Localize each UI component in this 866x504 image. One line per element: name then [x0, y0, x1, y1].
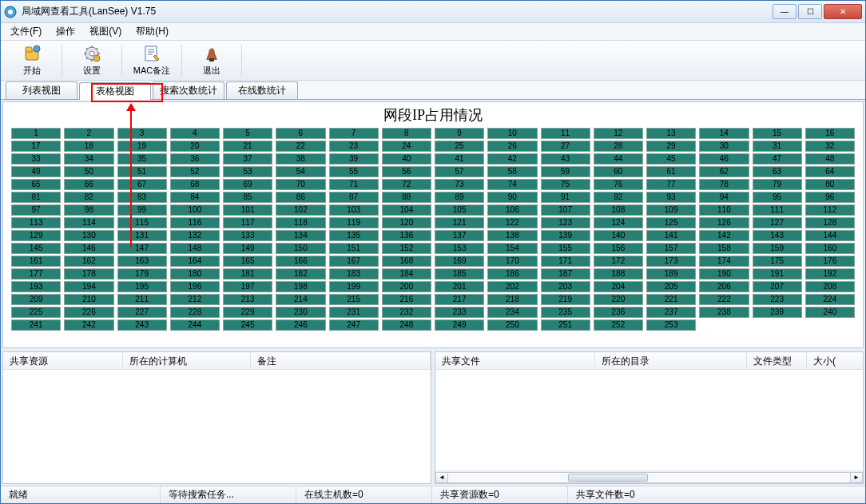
ip-cell[interactable]: 30 — [699, 141, 749, 152]
close-button[interactable]: ✕ — [824, 4, 862, 19]
ip-cell[interactable]: 57 — [435, 166, 484, 177]
ip-cell[interactable]: 201 — [435, 281, 484, 292]
col-directory[interactable]: 所在的目录 — [595, 352, 747, 369]
ip-cell[interactable]: 55 — [329, 166, 379, 177]
ip-cell[interactable]: 152 — [382, 243, 431, 254]
menu-operate[interactable]: 操作 — [50, 23, 81, 40]
ip-cell[interactable]: 121 — [435, 217, 484, 228]
ip-cell[interactable]: 135 — [329, 230, 379, 241]
ip-cell[interactable]: 204 — [594, 281, 643, 292]
ip-cell[interactable]: 80 — [805, 179, 855, 190]
ip-cell[interactable]: 9 — [435, 128, 484, 139]
ip-cell[interactable]: 244 — [170, 319, 220, 331]
ip-cell[interactable]: 230 — [276, 307, 325, 318]
ip-cell[interactable]: 246 — [276, 319, 325, 331]
ip-cell[interactable]: 141 — [646, 230, 696, 241]
ip-cell[interactable]: 247 — [329, 319, 379, 331]
ip-cell[interactable]: 106 — [487, 204, 537, 216]
ip-cell[interactable]: 165 — [223, 256, 272, 267]
ip-cell[interactable]: 243 — [117, 319, 167, 331]
scroll-track[interactable] — [448, 472, 850, 483]
ip-cell[interactable]: 47 — [753, 153, 802, 165]
ip-cell[interactable]: 111 — [753, 204, 802, 216]
ip-cell[interactable]: 168 — [382, 256, 431, 267]
start-button[interactable]: 开始 — [7, 42, 57, 79]
ip-cell[interactable]: 59 — [541, 166, 590, 177]
ip-cell[interactable]: 128 — [805, 217, 855, 228]
ip-cell[interactable]: 126 — [699, 217, 749, 228]
ip-cell[interactable]: 132 — [170, 230, 220, 241]
ip-cell[interactable]: 205 — [646, 281, 696, 292]
tab-list-view[interactable]: 列表视图 — [6, 81, 77, 99]
ip-cell[interactable]: 52 — [170, 166, 220, 177]
ip-cell[interactable]: 85 — [223, 192, 272, 203]
col-file-type[interactable]: 文件类型 — [747, 352, 807, 369]
ip-cell[interactable]: 17 — [11, 141, 61, 152]
ip-cell[interactable]: 4 — [170, 128, 220, 139]
ip-cell[interactable]: 144 — [805, 230, 855, 241]
ip-cell[interactable]: 189 — [646, 268, 696, 280]
ip-cell[interactable]: 56 — [382, 166, 431, 177]
ip-cell[interactable]: 89 — [435, 192, 484, 203]
ip-cell[interactable]: 75 — [541, 179, 590, 190]
ip-cell[interactable]: 13 — [646, 128, 696, 139]
ip-cell[interactable]: 19 — [117, 141, 167, 152]
ip-cell[interactable]: 133 — [223, 230, 272, 241]
ip-cell[interactable]: 248 — [382, 319, 431, 331]
ip-cell[interactable]: 109 — [646, 204, 696, 216]
tab-online-stats[interactable]: 在线数统计 — [226, 81, 298, 99]
minimize-button[interactable]: — — [773, 4, 796, 19]
ip-cell[interactable]: 83 — [117, 192, 167, 203]
ip-cell[interactable]: 105 — [435, 204, 484, 216]
ip-cell[interactable]: 79 — [753, 179, 802, 190]
ip-cell[interactable]: 137 — [435, 230, 484, 241]
ip-cell[interactable]: 199 — [329, 281, 379, 292]
ip-cell[interactable]: 163 — [117, 256, 167, 267]
ip-cell[interactable]: 213 — [223, 294, 272, 305]
ip-cell[interactable]: 224 — [805, 294, 855, 305]
ip-cell[interactable]: 115 — [117, 217, 167, 228]
ip-cell[interactable]: 222 — [699, 294, 749, 305]
ip-cell[interactable]: 238 — [699, 307, 749, 318]
ip-cell[interactable]: 157 — [646, 243, 696, 254]
tab-table-view[interactable]: 表格视图 — [79, 82, 151, 100]
ip-cell[interactable]: 2 — [64, 128, 113, 139]
ip-cell[interactable]: 26 — [487, 141, 537, 152]
ip-cell[interactable]: 162 — [64, 256, 113, 267]
ip-cell[interactable]: 139 — [541, 230, 590, 241]
ip-cell[interactable]: 191 — [753, 268, 802, 280]
ip-cell[interactable]: 62 — [699, 166, 749, 177]
ip-cell[interactable]: 67 — [117, 179, 167, 190]
ip-cell[interactable]: 61 — [646, 166, 696, 177]
menu-help[interactable]: 帮助(H) — [129, 23, 175, 40]
ip-cell[interactable]: 124 — [594, 217, 643, 228]
ip-cell[interactable]: 223 — [753, 294, 802, 305]
ip-cell[interactable]: 237 — [646, 307, 696, 318]
ip-cell[interactable]: 129 — [11, 230, 61, 241]
ip-cell[interactable]: 34 — [64, 153, 113, 165]
ip-cell[interactable]: 198 — [276, 281, 325, 292]
ip-cell[interactable]: 131 — [117, 230, 167, 241]
ip-cell[interactable]: 60 — [594, 166, 643, 177]
ip-cell[interactable]: 176 — [805, 256, 855, 267]
ip-cell[interactable]: 15 — [753, 128, 802, 139]
ip-cell[interactable]: 236 — [594, 307, 643, 318]
ip-cell[interactable]: 42 — [487, 153, 537, 165]
tab-search-stats[interactable]: 搜索次数统计 — [153, 81, 224, 99]
ip-cell[interactable]: 88 — [382, 192, 431, 203]
ip-cell[interactable]: 11 — [541, 128, 590, 139]
ip-cell[interactable]: 65 — [11, 179, 61, 190]
ip-cell[interactable]: 63 — [753, 166, 802, 177]
ip-cell[interactable]: 190 — [699, 268, 749, 280]
ip-cell[interactable]: 226 — [64, 307, 113, 318]
ip-cell[interactable]: 110 — [699, 204, 749, 216]
ip-cell[interactable]: 43 — [541, 153, 590, 165]
ip-cell[interactable]: 50 — [64, 166, 113, 177]
ip-cell[interactable]: 197 — [223, 281, 272, 292]
ip-cell[interactable]: 54 — [276, 166, 325, 177]
col-share-resource[interactable]: 共享资源 — [3, 352, 123, 369]
ip-cell[interactable]: 25 — [435, 141, 484, 152]
ip-cell[interactable]: 202 — [487, 281, 537, 292]
ip-cell[interactable]: 179 — [117, 268, 167, 280]
ip-cell[interactable]: 77 — [646, 179, 696, 190]
